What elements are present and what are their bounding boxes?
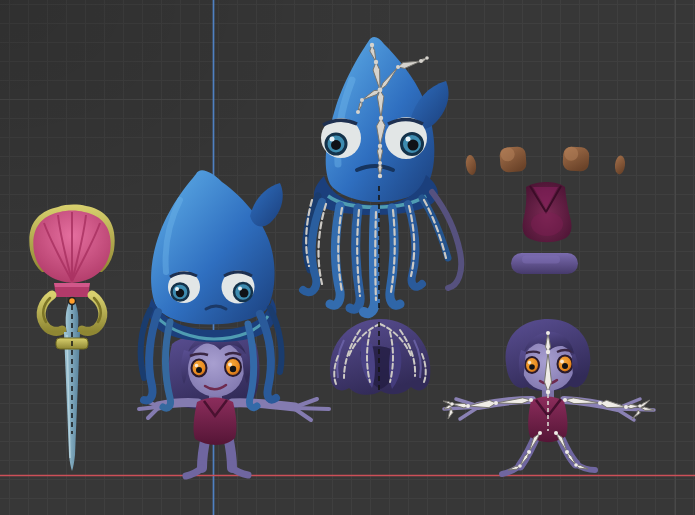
3d-viewport[interactable] — [0, 0, 695, 515]
tank-dress[interactable] — [522, 182, 571, 242]
purple-band-highlight — [522, 256, 560, 264]
staff-origin-dot — [69, 298, 76, 305]
brown-shoe-right[interactable] — [562, 146, 589, 171]
staff-band-highlight — [54, 283, 90, 287]
tank-dress-belly-highlight — [531, 212, 563, 236]
girl-a-dress — [194, 398, 237, 445]
brown-shoe-left[interactable] — [499, 146, 527, 173]
purple-band[interactable] — [511, 253, 578, 274]
